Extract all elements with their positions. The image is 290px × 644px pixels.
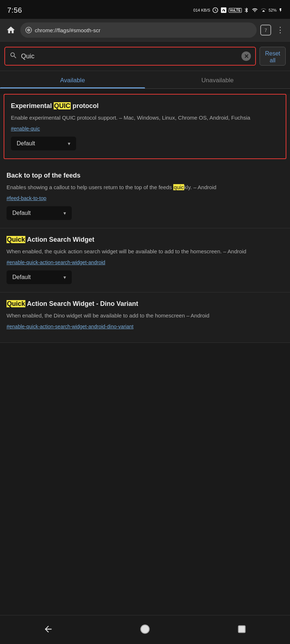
flag-title-after-quic: protocol <box>71 102 99 109</box>
flag-card-quick-action: Quick Action Search Widget When enabled,… <box>0 228 290 292</box>
flag-title-before-quic: Experimental <box>11 102 54 109</box>
search-icon <box>9 51 17 61</box>
tab-unavailable[interactable]: Unavailable <box>145 71 290 88</box>
reset-all-button[interactable]: Resetall <box>260 47 286 66</box>
flag-desc-quick-action: When enabled, the quick action search wi… <box>7 248 283 256</box>
wifi-icon <box>251 7 258 13</box>
flag-link-back-to-top[interactable]: #feed-back-to-top <box>7 195 283 201</box>
flag-desc-quic: Enable experimental QUIC protocol suppor… <box>11 114 279 122</box>
bluetooth-icon <box>244 7 249 13</box>
desc-before-quick: Enables showing a callout to help users … <box>7 184 173 190</box>
desc-after-quick: kly. – Android <box>184 184 216 190</box>
flag-dropdown-quic[interactable]: Default ▾ <box>11 137 76 150</box>
flags-content: Experimental QUIC protocol Enable experi… <box>0 94 290 343</box>
tab-count[interactable]: 7 <box>260 25 271 36</box>
quick-highlight-dino: Quick <box>7 300 25 307</box>
quic-highlight-desc: quic <box>173 184 184 190</box>
flag-title-quick-action: Quick Action Search Widget <box>7 236 283 244</box>
status-time: 7:56 <box>7 6 22 14</box>
flag-dropdown-quick-action[interactable]: Default ▾ <box>7 270 72 284</box>
battery-percent: 52% <box>269 8 277 12</box>
flag-card-back-to-top: Back to top of the feeds Enables showing… <box>0 164 290 228</box>
quick-highlight-title: Quick <box>7 236 25 243</box>
dropdown-value-back-to-top: Default <box>12 210 31 216</box>
search-area: Quic ✕ Resetall <box>0 42 290 71</box>
search-input[interactable]: Quic <box>21 53 238 60</box>
charging-icon <box>278 7 283 13</box>
dropdown-value-quic: Default <box>17 140 35 147</box>
dropdown-arrow-quic: ▾ <box>68 141 70 146</box>
flag-desc-dino: When enabled, the Dino widget will be av… <box>7 312 283 320</box>
home-button[interactable] <box>139 623 151 635</box>
home-icon[interactable] <box>5 24 17 36</box>
flag-link-dino[interactable]: #enable-quick-action-search-widget-andro… <box>7 324 283 329</box>
address-url: chrome://flags/#smooth-scr <box>35 27 252 33</box>
svg-point-0 <box>141 625 149 633</box>
search-clear-button[interactable]: ✕ <box>241 51 251 61</box>
quic-highlight: QUIC <box>54 102 71 109</box>
flag-title-after-quick: Action Search Widget <box>25 236 94 243</box>
nfc-icon <box>220 7 227 13</box>
alarm-icon <box>212 7 219 13</box>
tabs-bar: Available Unavailable <box>0 71 290 89</box>
dropdown-arrow-back-to-top: ▾ <box>63 210 66 216</box>
volte-icon: VoLTE <box>229 8 242 13</box>
status-bar: 7:56 014 KB/S VoLTE 52% <box>0 0 290 19</box>
flag-title-dino: Quick Action Search Widget - Dino Varian… <box>7 300 283 308</box>
svg-rect-1 <box>238 626 245 632</box>
more-menu-icon[interactable]: ⋮ <box>275 25 285 35</box>
back-button[interactable] <box>42 623 54 635</box>
browser-chrome: chrome://flags/#smooth-scr 7 ⋮ <box>0 19 290 42</box>
flag-title-quic: Experimental QUIC protocol <box>11 102 279 110</box>
dropdown-value-quick-action: Default <box>12 274 31 281</box>
network-speed: 014 KB/S <box>193 8 210 12</box>
bottom-nav <box>0 615 290 644</box>
flag-title-after-dino: Action Search Widget - Dino Variant <box>25 300 138 307</box>
flag-title-back-to-top: Back to top of the feeds <box>7 171 283 180</box>
status-icons: 014 KB/S VoLTE 52% <box>193 7 283 13</box>
flag-dropdown-back-to-top[interactable]: Default ▾ <box>7 206 72 220</box>
signal-icon <box>260 7 267 13</box>
address-bar[interactable]: chrome://flags/#smooth-scr <box>20 22 257 38</box>
recent-apps-button[interactable] <box>236 623 248 635</box>
flag-card-dino: Quick Action Search Widget - Dino Varian… <box>0 292 290 343</box>
flag-link-quick-action[interactable]: #enable-quick-action-search-widget-andro… <box>7 259 283 265</box>
tab-available[interactable]: Available <box>0 71 145 88</box>
flags-search-box[interactable]: Quic ✕ <box>4 47 256 66</box>
flag-desc-back-to-top: Enables showing a callout to help users … <box>7 183 283 192</box>
flag-link-quic[interactable]: #enable-quic <box>11 126 279 132</box>
dropdown-arrow-quick-action: ▾ <box>63 274 66 280</box>
info-icon <box>25 27 32 33</box>
flag-card-experimental-quic: Experimental QUIC protocol Enable experi… <box>4 94 286 159</box>
